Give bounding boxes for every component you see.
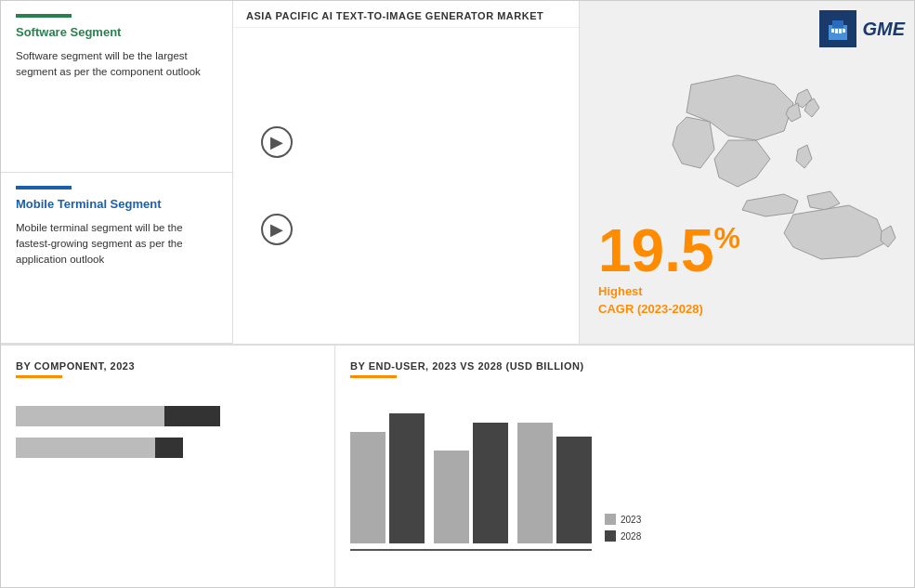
end-user-title: BY END-USER, 2023 VS 2028 (USD BILLION) <box>350 360 899 372</box>
h-bar-track-2 <box>16 438 183 458</box>
h-bar-dark-1 <box>164 406 220 426</box>
cagr-value: 19.5 <box>598 221 714 281</box>
software-card-title: Software Segment <box>16 25 217 39</box>
gme-logo: GME <box>819 10 905 47</box>
legend-box-2028 <box>605 530 616 542</box>
blue-accent-bar <box>16 186 72 189</box>
legend-label-2028: 2028 <box>621 531 641 542</box>
legend-box-2023 <box>605 514 616 525</box>
bar-2023-g1 <box>350 432 386 543</box>
circle-icons-area: ▶ ▶ <box>233 28 579 344</box>
cagr-percent: % <box>714 221 740 255</box>
bar-2023-g3 <box>517 423 553 543</box>
main-container: Software Segment Software segment will b… <box>0 0 915 588</box>
info-cards: Software Segment Software segment will b… <box>1 1 233 344</box>
bar-2023-g2 <box>434 451 469 543</box>
middle-area: ASIA PACIFIC AI TEXT-TO-IMAGE GENERATOR … <box>233 1 580 344</box>
cagr-container: 19.5 % Highest CAGR (2023-2028) <box>598 221 740 316</box>
mobile-card: Mobile Terminal Segment Mobile terminal … <box>1 173 232 345</box>
cagr-label-line1: Highest <box>598 284 740 298</box>
end-user-chart: BY END-USER, 2023 VS 2028 (USD BILLION) <box>335 346 914 588</box>
legend-2023: 2023 <box>605 514 641 525</box>
bar-2028-g2 <box>473 423 508 543</box>
bar-2028-g3 <box>556 437 592 543</box>
mobile-card-title: Mobile Terminal Segment <box>16 197 217 211</box>
h-bar-row-2 <box>16 438 320 458</box>
h-bar-chart <box>16 406 320 458</box>
circle-arrow-2: ▶ <box>261 214 293 245</box>
building-icon <box>825 16 851 42</box>
bar-group-1 <box>350 413 425 543</box>
end-user-underline <box>350 375 397 378</box>
gme-logo-text: GME <box>862 19 905 40</box>
circle-arrow-1: ▶ <box>261 126 293 158</box>
top-section: Software Segment Software segment will b… <box>1 1 914 345</box>
green-accent-bar <box>16 14 72 18</box>
legend-label-2023: 2023 <box>621 515 641 525</box>
software-card: Software Segment Software segment will b… <box>1 1 232 173</box>
component-title: BY COMPONENT, 2023 <box>16 360 320 372</box>
v-bar-chart <box>350 402 592 551</box>
gme-logo-box <box>819 10 856 47</box>
legend-2028: 2028 <box>605 530 641 542</box>
mobile-card-body: Mobile terminal segment will be the fast… <box>16 220 217 268</box>
bar-group-3 <box>517 423 592 543</box>
svg-rect-1 <box>832 20 843 28</box>
component-underline <box>16 375 62 378</box>
component-chart: BY COMPONENT, 2023 <box>1 346 335 588</box>
h-bar-track-1 <box>16 406 220 426</box>
bar-2028-g1 <box>389 413 425 543</box>
market-title: ASIA PACIFIC AI TEXT-TO-IMAGE GENERATOR … <box>233 1 579 28</box>
cagr-label-line2: CAGR (2023-2028) <box>598 302 740 316</box>
h-bar-row-1 <box>16 406 320 426</box>
software-card-body: Software segment will be the largest seg… <box>16 48 217 81</box>
bottom-section: BY COMPONENT, 2023 BY END-USER, 2023 VS … <box>1 345 914 588</box>
svg-rect-4 <box>831 29 834 33</box>
svg-rect-3 <box>839 29 842 33</box>
svg-rect-5 <box>843 29 845 33</box>
right-panel: GME <box>580 1 914 344</box>
bar-group-2 <box>434 423 508 543</box>
svg-rect-2 <box>835 29 838 33</box>
h-bar-dark-2 <box>155 438 183 458</box>
